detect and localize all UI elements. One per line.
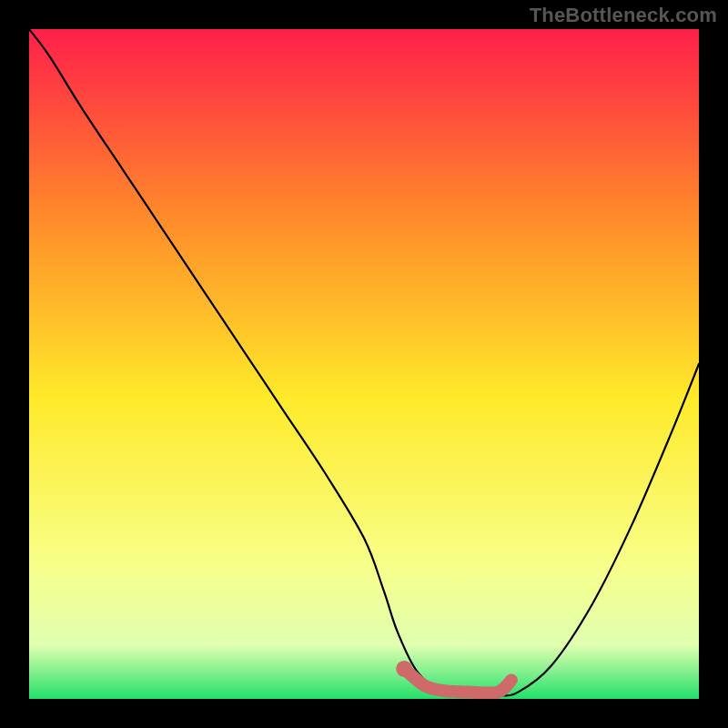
chart-svg	[29, 29, 699, 699]
optimal-point-marker	[396, 661, 412, 677]
gradient-background	[29, 29, 699, 699]
watermark-text: TheBottleneck.com	[530, 4, 717, 27]
plot-area	[29, 29, 699, 699]
chart-frame: TheBottleneck.com	[0, 0, 728, 728]
